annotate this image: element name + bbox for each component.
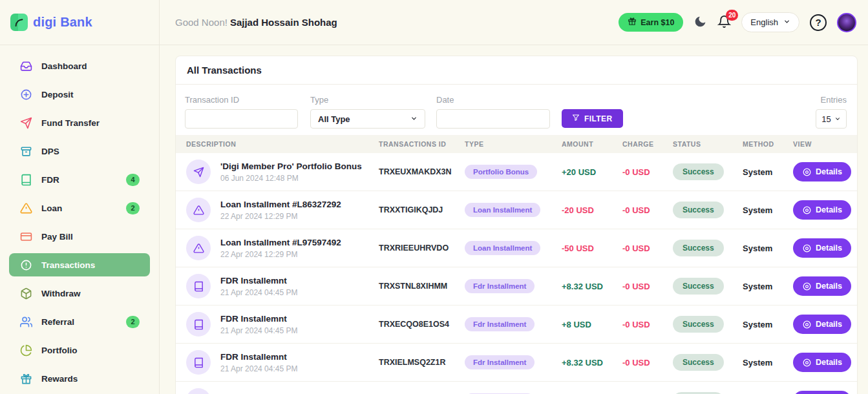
date-input[interactable] bbox=[436, 109, 550, 129]
notification-count-badge: 20 bbox=[726, 10, 738, 21]
details-button[interactable]: Details bbox=[793, 391, 851, 394]
method-value: System bbox=[743, 244, 793, 253]
sidebar-item-transactions[interactable]: Transactions bbox=[9, 253, 150, 276]
brand-logo-icon bbox=[10, 14, 28, 31]
pie-chart-icon bbox=[19, 344, 32, 357]
status-cell: Success bbox=[673, 202, 743, 218]
eye-icon bbox=[802, 244, 812, 253]
transaction-date: 06 Jun 2024 12:48 PM bbox=[220, 174, 362, 183]
date-label: Date bbox=[436, 95, 550, 105]
status-cell: Success bbox=[673, 240, 743, 256]
book-icon bbox=[186, 274, 211, 298]
transaction-id: TRXRIEEUHRVDO bbox=[379, 244, 465, 253]
sidebar-item-portfolio[interactable]: Portfolio bbox=[9, 338, 150, 362]
brand-logo[interactable]: digi Bank bbox=[0, 0, 159, 45]
type-label: Type bbox=[310, 95, 425, 105]
alert-circle-icon bbox=[19, 258, 32, 271]
plus-circle-icon bbox=[19, 88, 32, 101]
transaction-id: TRXSTNL8XIHMM bbox=[379, 282, 465, 291]
column-header: VIEW bbox=[793, 140, 857, 148]
alert-triangle-icon bbox=[186, 236, 211, 260]
gift-icon bbox=[628, 17, 637, 28]
column-header: DESCRIPTION bbox=[186, 140, 379, 148]
method-value: System bbox=[743, 282, 793, 291]
sidebar-nav: DashboardDepositFund TransferDPSFDR4Loan… bbox=[0, 45, 159, 390]
view-cell: Details bbox=[793, 200, 857, 220]
sidebar-item-label: Pay Bill bbox=[41, 232, 73, 242]
sidebar-item-label: Withdraw bbox=[41, 289, 81, 298]
table-row: FDR Installemnt21 Apr 2024 04:45 PMTRXIE… bbox=[176, 344, 857, 382]
method-value: System bbox=[743, 167, 793, 177]
description-text: FDR Installemnt21 Apr 2024 04:45 PM bbox=[220, 351, 297, 373]
sidebar-item-referral[interactable]: Referral2 bbox=[9, 310, 150, 333]
details-button[interactable]: Details bbox=[793, 162, 851, 181]
details-button[interactable]: Details bbox=[793, 238, 851, 258]
status-badge: Success bbox=[673, 354, 724, 371]
details-label: Details bbox=[816, 167, 842, 176]
help-button[interactable]: ? bbox=[810, 14, 827, 31]
column-header: STATUS bbox=[673, 140, 743, 148]
description-cell: FDR Installemnt21 Apr 2024 04:45 PM bbox=[186, 312, 379, 337]
column-header: METHOD bbox=[743, 140, 793, 148]
type-select[interactable]: All Type bbox=[310, 109, 425, 129]
type-badge: Portfolio Bonus bbox=[465, 165, 537, 179]
book-icon bbox=[186, 350, 211, 375]
type-cell: Portfolio Bonus bbox=[465, 165, 562, 179]
eye-icon bbox=[802, 358, 812, 368]
type-badge: Fdr Installment bbox=[465, 317, 535, 331]
details-button[interactable]: Details bbox=[793, 353, 851, 372]
details-button[interactable]: Details bbox=[793, 315, 851, 334]
sidebar-item-fund-transfer[interactable]: Fund Transfer bbox=[9, 111, 150, 134]
type-cell: Loan Installment bbox=[465, 203, 562, 217]
sidebar-item-dps[interactable]: DPS bbox=[9, 140, 150, 163]
entries-select[interactable]: 15 bbox=[816, 109, 847, 129]
user-avatar[interactable] bbox=[837, 13, 856, 32]
sidebar-item-pay-bill[interactable]: Pay Bill bbox=[9, 225, 150, 248]
language-select[interactable]: English bbox=[741, 12, 799, 32]
eye-icon bbox=[802, 282, 812, 291]
type-group: Type All Type bbox=[310, 95, 425, 129]
book-icon bbox=[186, 388, 211, 394]
transaction-id-label: Transaction ID bbox=[185, 95, 298, 105]
sidebar-item-deposit[interactable]: Deposit bbox=[9, 83, 150, 106]
dark-mode-toggle[interactable] bbox=[693, 15, 707, 30]
table-row: FDR Installemnt21 Apr 2024 04:45 PMTRXEC… bbox=[176, 306, 857, 344]
topbar: Good Noon!Sajjad Hossain Shohag Earn $10… bbox=[160, 0, 868, 45]
transaction-id-group: Transaction ID bbox=[185, 95, 298, 129]
transaction-id-input[interactable] bbox=[185, 109, 298, 129]
notifications-button[interactable]: 20 bbox=[717, 15, 731, 30]
description-cell: FDR Installemnt21 Apr 2024 04:45 PM bbox=[186, 350, 379, 375]
sidebar-item-dashboard[interactable]: Dashboard bbox=[9, 54, 150, 78]
eye-icon bbox=[802, 205, 812, 215]
filter-button[interactable]: FILTER bbox=[562, 109, 623, 128]
transaction-id: TRXIELMSQ2Z1R bbox=[379, 358, 465, 367]
description-text: FDR Installemnt21 Apr 2024 04:45 PM bbox=[220, 275, 297, 297]
table-row: FDR Installemnt21 Apr 2024 04:45 PMTRXST… bbox=[176, 267, 857, 306]
description-cell: Loan Installment #L8632729222 Apr 2024 1… bbox=[186, 198, 379, 222]
transaction-title: FDR Installemnt bbox=[220, 313, 297, 325]
transaction-id: TRXECQO8E1OS4 bbox=[379, 320, 465, 329]
transaction-date: 21 Apr 2024 04:45 PM bbox=[220, 364, 297, 373]
sidebar-item-fdr[interactable]: FDR4 bbox=[9, 168, 150, 191]
type-cell: Loan Installment bbox=[465, 241, 562, 255]
details-button[interactable]: Details bbox=[793, 200, 851, 220]
view-cell: Details bbox=[793, 276, 857, 296]
sidebar-badge: 2 bbox=[126, 316, 140, 328]
earn-button[interactable]: Earn $10 bbox=[619, 13, 683, 32]
status-badge: Success bbox=[673, 278, 724, 295]
column-header: TRANSACTIONS ID bbox=[379, 140, 465, 148]
charge-value: -0 USD bbox=[622, 282, 673, 291]
column-header: CHARGE bbox=[622, 140, 673, 148]
book-icon bbox=[186, 312, 211, 337]
type-badge: Loan Installment bbox=[465, 203, 540, 217]
status-cell: Success bbox=[673, 316, 743, 333]
sidebar-item-loan[interactable]: Loan2 bbox=[9, 196, 150, 220]
gift-icon bbox=[19, 372, 32, 385]
transaction-date: 21 Apr 2024 04:45 PM bbox=[220, 288, 297, 297]
date-group: Date bbox=[436, 95, 550, 129]
page-title: All Transactions bbox=[176, 56, 857, 85]
sidebar-item-withdraw[interactable]: Withdraw bbox=[9, 282, 150, 305]
status-badge: Success bbox=[673, 163, 724, 180]
details-button[interactable]: Details bbox=[793, 276, 851, 296]
sidebar-item-rewards[interactable]: Rewards bbox=[9, 367, 150, 390]
